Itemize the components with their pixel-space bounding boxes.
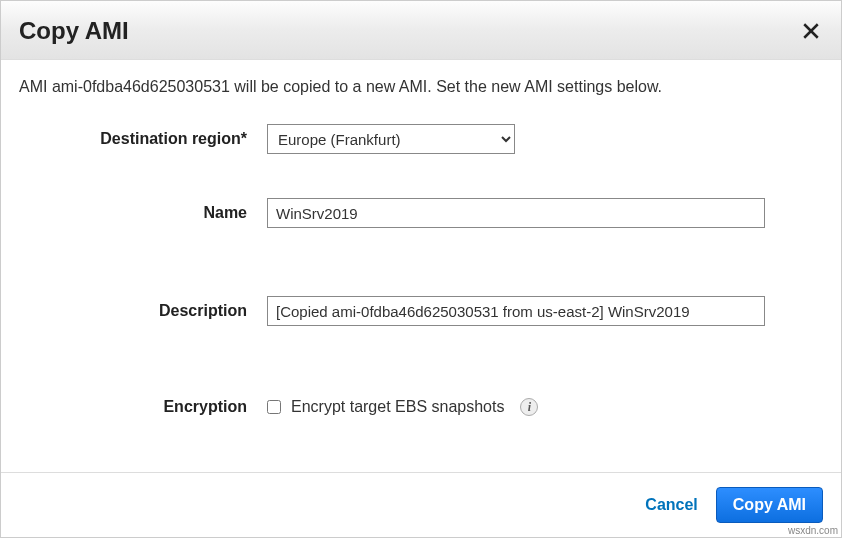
intro-text: AMI ami-0fdba46d625030531 will be copied… — [19, 78, 823, 96]
field-destination-region: Europe (Frankfurt) — [267, 124, 823, 154]
watermark: wsxdn.com — [788, 525, 838, 536]
label-description: Description — [19, 302, 267, 320]
close-button[interactable] — [799, 19, 823, 43]
encrypt-checkbox[interactable] — [267, 400, 281, 414]
info-icon[interactable]: i — [520, 398, 538, 416]
description-input[interactable] — [267, 296, 765, 326]
label-encryption: Encryption — [19, 398, 267, 416]
encryption-checkbox-wrap: Encrypt target EBS snapshots i — [267, 398, 538, 416]
label-name: Name — [19, 204, 267, 222]
field-encryption: Encrypt target EBS snapshots i — [267, 398, 823, 416]
field-description — [267, 296, 823, 326]
row-destination-region: Destination region* Europe (Frankfurt) — [19, 124, 823, 154]
dialog-footer: Cancel Copy AMI — [1, 472, 841, 537]
field-name — [267, 198, 823, 228]
row-encryption: Encryption Encrypt target EBS snapshots … — [19, 398, 823, 416]
destination-region-select[interactable]: Europe (Frankfurt) — [267, 124, 515, 154]
encrypt-checkbox-label: Encrypt target EBS snapshots — [291, 398, 504, 416]
label-destination-region: Destination region* — [19, 130, 267, 148]
close-icon — [802, 22, 820, 40]
copy-ami-dialog: Copy AMI AMI ami-0fdba46d625030531 will … — [0, 0, 842, 538]
row-description: Description — [19, 296, 823, 326]
row-name: Name — [19, 198, 823, 228]
dialog-title: Copy AMI — [19, 17, 129, 45]
dialog-body: AMI ami-0fdba46d625030531 will be copied… — [1, 60, 841, 472]
cancel-button[interactable]: Cancel — [645, 496, 697, 514]
copy-ami-button[interactable]: Copy AMI — [716, 487, 823, 523]
name-input[interactable] — [267, 198, 765, 228]
dialog-header: Copy AMI — [1, 1, 841, 60]
